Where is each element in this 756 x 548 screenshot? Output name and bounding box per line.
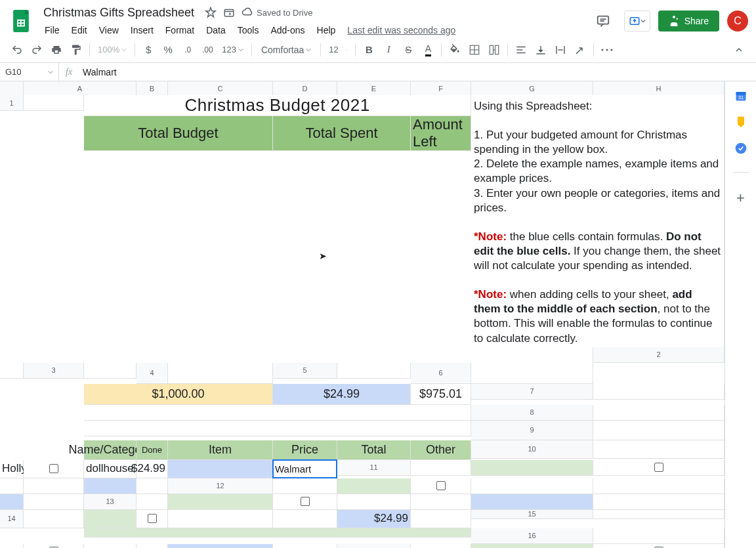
increase-decimal-icon[interactable]: .00 (198, 41, 217, 59)
cell[interactable] (411, 460, 471, 476)
cell[interactable] (84, 478, 136, 494)
comments-icon[interactable] (590, 8, 616, 34)
separator-row[interactable] (84, 528, 471, 537)
number-format-select[interactable]: 123 (218, 45, 247, 54)
cell[interactable] (593, 494, 724, 510)
col-header-A[interactable]: A (24, 81, 136, 96)
share-button[interactable]: Share (658, 11, 719, 32)
row-header[interactable]: 14 (0, 510, 24, 528)
percent-icon[interactable]: % (159, 41, 177, 59)
row-header[interactable]: 2 (593, 347, 724, 363)
menu-data[interactable]: Data (201, 22, 231, 38)
row-header[interactable]: 10 (471, 440, 593, 459)
cell[interactable] (24, 494, 84, 510)
cell[interactable] (337, 494, 411, 510)
cell[interactable] (136, 544, 168, 548)
text-color-icon[interactable]: A (419, 41, 437, 59)
subtotal-cell[interactable]: $24.99 (337, 510, 411, 528)
cell[interactable] (273, 510, 337, 528)
cell[interactable] (84, 363, 136, 379)
cell[interactable] (168, 363, 273, 384)
zoom-select[interactable]: 100% (94, 45, 131, 54)
cell[interactable] (84, 421, 471, 436)
cell[interactable] (273, 544, 337, 548)
cell[interactable] (411, 544, 471, 548)
cell[interactable] (0, 478, 24, 494)
instructions-cell[interactable]: Using this Spreadsheet: 1. Put your budg… (471, 95, 724, 347)
row-header[interactable]: 3 (24, 363, 84, 379)
menu-edit[interactable]: Edit (66, 22, 93, 38)
spent-header[interactable]: Total Spent (273, 116, 411, 151)
row-header[interactable]: 17 (337, 544, 411, 548)
row-header[interactable]: 4 (136, 363, 168, 384)
undo-icon[interactable] (8, 41, 26, 59)
done-checkbox[interactable] (24, 460, 84, 478)
col-header-G[interactable]: G (471, 81, 593, 96)
col-header-C[interactable]: C (168, 81, 273, 96)
cell[interactable] (337, 478, 411, 494)
th-price[interactable]: Price (273, 440, 337, 460)
cell[interactable] (593, 384, 724, 400)
row-header[interactable]: 8 (471, 405, 593, 421)
th-done[interactable]: Done (136, 440, 168, 460)
bold-icon[interactable]: B (360, 41, 378, 59)
done-checkbox[interactable] (24, 544, 84, 548)
wrap-icon[interactable] (551, 41, 570, 59)
document-title[interactable]: Christmas Gifts Spreadsheet (39, 5, 198, 21)
cell[interactable] (24, 478, 84, 494)
row-header[interactable]: 7 (471, 384, 593, 400)
cell[interactable] (593, 478, 724, 494)
italic-icon[interactable]: I (379, 41, 398, 59)
font-size-select[interactable]: 12 (325, 45, 351, 54)
present-button[interactable] (624, 11, 650, 32)
menu-addons[interactable]: Add-ons (265, 22, 310, 38)
spent-value[interactable]: $24.99 (273, 384, 411, 405)
price-cell[interactable]: $24.99 (136, 460, 168, 478)
total-cell[interactable] (168, 460, 273, 478)
cell[interactable] (471, 478, 593, 494)
cell[interactable] (84, 544, 136, 548)
cell[interactable] (24, 510, 84, 528)
row-header[interactable]: 11 (337, 460, 411, 476)
row-header[interactable]: 15 (471, 510, 593, 519)
row-header[interactable]: 13 (84, 494, 136, 510)
row-header[interactable]: 16 (471, 528, 593, 544)
menu-file[interactable]: File (39, 22, 65, 38)
cell[interactable] (168, 544, 273, 548)
save-status[interactable]: Saved to Drive (242, 7, 312, 18)
other-cell-active[interactable]: Walmart (273, 460, 337, 478)
th-item[interactable]: Item (168, 440, 273, 460)
sheet-title[interactable] (84, 347, 593, 363)
cell[interactable] (168, 510, 273, 528)
budget-value[interactable]: $1,000.00 (84, 384, 273, 405)
last-edit-link[interactable]: Last edit was seconds ago (347, 25, 455, 35)
done-checkbox[interactable] (136, 510, 168, 528)
menu-help[interactable]: Help (312, 22, 341, 38)
col-header-D[interactable]: D (273, 81, 337, 96)
select-all-corner[interactable] (0, 81, 24, 96)
h-align-icon[interactable] (512, 41, 530, 59)
cell[interactable] (136, 478, 168, 494)
sheets-logo[interactable] (8, 8, 34, 34)
col-header-F[interactable]: F (411, 81, 471, 96)
cell[interactable] (168, 494, 273, 510)
currency-icon[interactable]: $ (139, 41, 158, 59)
menu-format[interactable]: Format (160, 22, 200, 38)
col-header-B[interactable]: B (136, 81, 168, 96)
redo-icon[interactable] (28, 41, 46, 59)
name-cell[interactable]: Holly (0, 460, 24, 478)
fill-color-icon[interactable] (446, 41, 464, 59)
cell[interactable] (593, 440, 724, 459)
cell[interactable] (411, 510, 471, 528)
done-checkbox[interactable] (273, 494, 337, 510)
sheet-title-cell[interactable]: Christmas Budget 2021 (84, 95, 471, 116)
row-header[interactable]: 9 (471, 421, 593, 440)
item-cell[interactable]: dollhouse (84, 460, 136, 478)
done-checkbox[interactable] (593, 460, 724, 476)
cell[interactable] (471, 363, 593, 384)
name-box[interactable]: G10 (0, 63, 59, 81)
cell[interactable] (84, 510, 136, 528)
menu-insert[interactable]: Insert (125, 22, 159, 38)
cell[interactable] (337, 363, 411, 379)
rotate-icon[interactable] (571, 41, 589, 59)
